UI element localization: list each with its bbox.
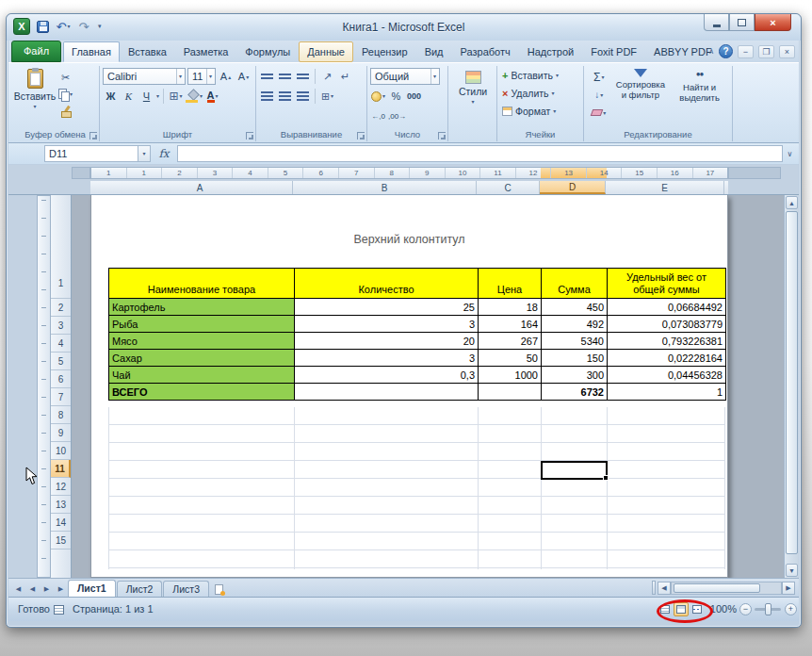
close-button[interactable]: ×	[755, 14, 791, 31]
column-header-a[interactable]: A	[107, 181, 293, 194]
name-box-dropdown[interactable]: ▾	[138, 145, 151, 162]
last-sheet-button[interactable]: ▶	[54, 582, 68, 597]
titlebar[interactable]: X ↶▾ ↷ ▾ Книга1 - Microsoft Excel ×	[7, 14, 801, 41]
row-header-14[interactable]: 14	[51, 514, 71, 532]
scroll-down-button[interactable]: ▼	[786, 564, 798, 577]
italic-button[interactable]: К	[121, 88, 137, 105]
find-select-button[interactable]: ●● Найти и выделить	[670, 67, 729, 129]
underline-button[interactable]: Ч	[138, 88, 154, 105]
dialog-launcher-icon[interactable]	[438, 132, 446, 139]
tab-view[interactable]: Вид	[416, 41, 452, 62]
format-cells-button[interactable]: Формат ▾	[500, 103, 556, 120]
header-cell-name[interactable]: Наименование товара	[109, 269, 295, 299]
sheet-tab-list2[interactable]: Лист2	[117, 581, 163, 597]
row-header-6[interactable]: 6	[51, 370, 71, 388]
row-header-4[interactable]: 4	[51, 335, 71, 353]
tab-developer[interactable]: Разработч	[452, 41, 519, 62]
align-bottom-button[interactable]	[295, 68, 311, 85]
scroll-up-button[interactable]: ▲	[786, 196, 798, 209]
view-page-layout-button[interactable]	[674, 602, 689, 616]
view-normal-button[interactable]	[658, 602, 673, 616]
paste-button[interactable]: Вставить ▾	[14, 67, 56, 125]
cut-button[interactable]: ✂	[57, 70, 73, 85]
h-scroll-track[interactable]	[671, 582, 782, 595]
tab-review[interactable]: Рецензир	[353, 41, 416, 62]
font-size-combo[interactable]: 11▾	[187, 68, 216, 85]
insert-function-button[interactable]: fx	[151, 147, 177, 160]
chevron-down-icon[interactable]: ▾	[156, 93, 159, 99]
bold-button[interactable]: Ж	[103, 88, 119, 105]
horizontal-scrollbar[interactable]: ◀ ▶	[652, 581, 795, 595]
comma-style-button[interactable]: 000	[406, 88, 422, 105]
tab-foxit-pdf[interactable]: Foxit PDF	[582, 41, 645, 62]
view-page-break-button[interactable]	[690, 602, 705, 616]
fill-color-button[interactable]: ▾	[186, 88, 203, 105]
align-top-button[interactable]	[259, 68, 275, 85]
dialog-launcher-icon[interactable]	[246, 132, 253, 139]
tab-insert[interactable]: Вставка	[120, 41, 175, 62]
clear-button[interactable]: ▾	[587, 105, 611, 121]
decrease-decimal-button[interactable]: ,00→	[388, 107, 406, 124]
doc-restore-button[interactable]: ❐	[758, 45, 774, 58]
copy-button[interactable]: ▾	[57, 87, 73, 102]
font-family-combo[interactable]: Calibri▾	[103, 68, 186, 85]
dialog-launcher-icon[interactable]	[89, 132, 97, 139]
page-header-placeholder[interactable]: Верхний колонтитул	[91, 233, 727, 246]
grow-font-button[interactable]: А▴	[218, 68, 234, 85]
column-header-e[interactable]: E	[606, 181, 724, 194]
styles-button[interactable]: Стили ▾	[451, 67, 495, 125]
name-box[interactable]: D11	[44, 145, 138, 162]
v-scroll-thumb[interactable]	[786, 211, 798, 554]
tab-data[interactable]: Данные	[299, 41, 353, 62]
tab-formulas[interactable]: Формулы	[236, 41, 299, 62]
align-left-button[interactable]	[259, 88, 275, 105]
help-icon[interactable]: ?	[719, 44, 733, 58]
insert-worksheet-button[interactable]	[210, 582, 229, 597]
row-header-9[interactable]: 9	[51, 424, 71, 442]
header-cell-sum[interactable]: Сумма	[542, 269, 608, 299]
dialog-launcher-icon[interactable]	[357, 132, 365, 139]
align-middle-button[interactable]	[277, 68, 293, 85]
column-header-b[interactable]: B	[293, 181, 477, 194]
h-scroll-thumb[interactable]	[674, 583, 760, 593]
maximize-button[interactable]	[729, 14, 755, 31]
align-right-button[interactable]	[295, 88, 311, 105]
row-header-15[interactable]: 15	[51, 532, 71, 549]
sort-filter-button[interactable]: Сортировка и фильтр	[611, 67, 671, 129]
row-header-12[interactable]: 12	[51, 478, 71, 496]
row-header-7[interactable]: 7	[51, 388, 71, 406]
row-header-5[interactable]: 5	[51, 353, 71, 370]
row-header-2[interactable]: 2	[51, 299, 71, 317]
tab-split-handle[interactable]	[652, 581, 656, 595]
doc-close-button[interactable]: ×	[779, 45, 795, 58]
percent-style-button[interactable]: %	[388, 88, 404, 105]
column-header-c[interactable]: C	[477, 181, 540, 194]
scroll-left-button[interactable]: ◀	[658, 582, 671, 595]
collapse-ribbon-icon[interactable]: ∧	[708, 47, 714, 56]
header-cell-quantity[interactable]: Количество	[295, 269, 479, 299]
first-sheet-button[interactable]: ◀	[11, 582, 25, 597]
delete-cells-button[interactable]: × Удалить ▾	[500, 85, 555, 102]
shrink-font-button[interactable]: А▾	[235, 68, 252, 85]
tab-file[interactable]: Файл	[11, 41, 61, 62]
tab-page-layout[interactable]: Разметка	[175, 41, 237, 62]
align-center-button[interactable]	[277, 88, 293, 105]
selected-cell-d11[interactable]	[541, 461, 608, 480]
sheet-tab-list1[interactable]: Лист1	[68, 580, 116, 597]
row-header-11[interactable]: 11	[51, 460, 71, 478]
accounting-format-button[interactable]: ▾	[370, 88, 386, 105]
number-format-combo[interactable]: Общий▾	[370, 68, 440, 85]
scroll-right-button[interactable]: ▶	[782, 582, 795, 595]
tab-home[interactable]: Главная	[63, 41, 120, 62]
zoom-level[interactable]: 100%	[710, 603, 737, 615]
expand-formula-bar-button[interactable]: ∨	[783, 145, 797, 162]
zoom-slider[interactable]	[755, 608, 781, 611]
increase-decimal-button[interactable]: ←,0	[370, 107, 386, 124]
tab-addins[interactable]: Надстрой	[519, 41, 582, 62]
minimize-button[interactable]	[704, 14, 729, 31]
row-header-1[interactable]: 1	[51, 268, 71, 299]
row-header-8[interactable]: 8	[51, 406, 71, 424]
orientation-button[interactable]: ↗	[319, 68, 335, 85]
doc-minimize-button[interactable]: −	[738, 45, 754, 58]
insert-cells-button[interactable]: + Вставить ▾	[500, 67, 559, 84]
